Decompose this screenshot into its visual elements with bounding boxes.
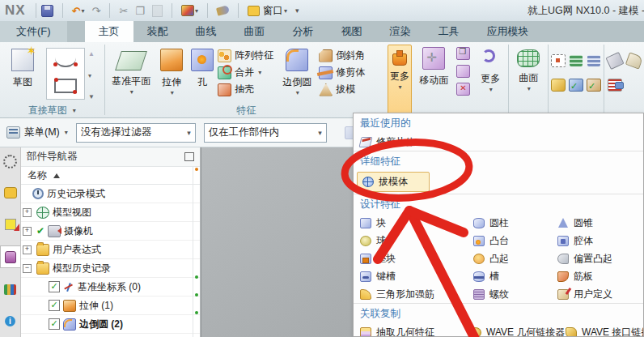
- check-feature-icon[interactable]: ✓: [569, 79, 583, 92]
- tree-row-cameras[interactable]: + ✔ 摄像机: [21, 222, 200, 241]
- menu-item-user-defined[interactable]: 用户定义: [551, 285, 643, 303]
- no-pencil-icon[interactable]: [605, 52, 624, 70]
- menu-item-wave-interface-linker[interactable]: WAVE 接口链接器: [559, 323, 644, 337]
- menu-button[interactable]: 菜单(M) ▾: [6, 126, 68, 139]
- shell-button[interactable]: 抽壳: [218, 83, 273, 96]
- tab-application[interactable]: 应用模块: [473, 21, 543, 42]
- surface-button[interactable]: 曲面 ▾: [510, 42, 547, 117]
- more-button-open[interactable]: 更多 ▾: [388, 45, 413, 115]
- menu-item-wave-geometry-linker[interactable]: WAVE 几何链接器: [464, 323, 559, 337]
- checkbox-checked-icon[interactable]: ✓: [49, 281, 60, 292]
- unite-button[interactable]: 合并 ▾: [218, 66, 273, 79]
- gallery-scroll[interactable]: ▲ ▾ ▼: [87, 44, 96, 104]
- tab-view[interactable]: 视图: [328, 21, 376, 42]
- sketch-button[interactable]: 草图: [2, 44, 44, 104]
- expand-icon[interactable]: +: [23, 208, 32, 217]
- check-datum-icon[interactable]: ✓: [587, 79, 601, 92]
- constraint-navigator-icon[interactable]: [1, 214, 20, 235]
- layers-icon[interactable]: [570, 55, 583, 66]
- menu-item-sphere[interactable]: 球: [354, 232, 467, 250]
- float-panel-icon[interactable]: [184, 152, 194, 161]
- menu-item-gusset[interactable]: 三角形加强筋: [354, 285, 467, 303]
- menu-item-boss[interactable]: 凸台: [467, 232, 551, 250]
- hand-list-icon[interactable]: [608, 79, 622, 92]
- menu-item-rib[interactable]: 筋板: [551, 267, 643, 285]
- collapse-icon[interactable]: −: [23, 264, 32, 273]
- tag-icon[interactable]: [551, 79, 566, 92]
- tab-file[interactable]: 文件(F): [0, 21, 67, 42]
- menu-item-cone[interactable]: 圆锥: [551, 214, 643, 232]
- datum-plane-button[interactable]: 基准平面 ▾: [108, 44, 155, 104]
- layer-settings-icon[interactable]: [587, 55, 600, 66]
- menu-item-offset-emboss[interactable]: 偏置凸起: [551, 250, 643, 267]
- tree-row-model-history[interactable]: − 模型历史记录: [21, 259, 200, 278]
- hole-button[interactable]: 孔: [189, 44, 216, 104]
- menu-item-groove[interactable]: 槽: [467, 267, 551, 285]
- tab-curve[interactable]: 曲线: [182, 21, 231, 42]
- caret-down-icon[interactable]: ▾: [73, 107, 76, 114]
- pattern-feature-button[interactable]: 阵列特征: [218, 49, 273, 62]
- edge-blend-button[interactable]: 边倒圆 ▾: [277, 44, 317, 104]
- repeat-command-button[interactable]: [215, 2, 231, 19]
- sketch-curve-gallery[interactable]: [46, 48, 85, 100]
- name-column-header[interactable]: 名称: [28, 168, 47, 182]
- tree-row-extrude[interactable]: ✓ 拉伸 (1): [21, 296, 200, 315]
- expand-icon[interactable]: +: [23, 227, 32, 236]
- paste-button[interactable]: [150, 2, 164, 19]
- tree-row-datum-csys[interactable]: ✓ 基准坐标系 (0): [21, 278, 200, 296]
- tab-tools[interactable]: 工具: [425, 21, 473, 42]
- redo-button[interactable]: ↷: [91, 2, 103, 19]
- checkbox-checked-icon[interactable]: ✓: [49, 300, 60, 311]
- draft-button[interactable]: 拔模: [319, 83, 365, 96]
- tab-home[interactable]: 主页: [85, 21, 133, 42]
- menu-item-pocket[interactable]: 腔体: [551, 232, 643, 250]
- move-face-button[interactable]: 移动面: [413, 42, 455, 117]
- menu-item-draft-body[interactable]: 拔模体: [357, 172, 430, 192]
- menu-item-pad[interactable]: 垫块: [354, 250, 467, 267]
- chamfer-button[interactable]: 倒斜角: [319, 49, 365, 62]
- part-navigator-icon[interactable]: [0, 245, 20, 268]
- menu-item-cylinder[interactable]: 圆柱: [467, 214, 551, 232]
- customize-qat-button[interactable]: ▾: [293, 2, 301, 19]
- sort-ascending-icon[interactable]: [53, 173, 60, 178]
- groove-icon: [473, 271, 485, 282]
- menu-item-extract-geometry[interactable]: 抽取几何特征: [354, 323, 464, 337]
- eraser-icon[interactable]: [625, 52, 643, 69]
- tree-row-user-expressions[interactable]: + 用户表达式: [21, 241, 200, 259]
- menu-item-keyway[interactable]: 键槽: [354, 267, 467, 285]
- tab-render[interactable]: 渲染: [376, 21, 425, 42]
- extrude-button[interactable]: 拉伸 ▾: [155, 44, 189, 104]
- menu-item-trim-sheet[interactable]: 修剪片体: [354, 133, 643, 151]
- copy-face-icon[interactable]: [456, 47, 470, 60]
- tree-row-history-mode[interactable]: 历史记录模式: [21, 185, 200, 203]
- delete-face-icon[interactable]: [456, 83, 470, 96]
- reuse-library-icon[interactable]: [1, 279, 20, 300]
- tree-row-edge-blend[interactable]: ✓ 边倒圆 (2): [21, 315, 200, 334]
- window-menu-button[interactable]: 窗口 ▾: [246, 2, 289, 19]
- roles-icon[interactable]: [1, 151, 20, 172]
- menu-item-thread[interactable]: 螺纹: [467, 285, 551, 303]
- tab-surface[interactable]: 曲面: [231, 21, 279, 42]
- undo-button[interactable]: ↶▾: [70, 2, 87, 19]
- assembly-navigator-icon[interactable]: [1, 182, 20, 203]
- hd3d-tools-icon[interactable]: i: [1, 310, 20, 331]
- cut-button[interactable]: ✂: [117, 2, 129, 19]
- checkbox-checked-icon[interactable]: ✓: [49, 318, 60, 330]
- save-button[interactable]: [40, 2, 55, 19]
- more-button-2[interactable]: 更多 ▾: [473, 42, 507, 117]
- copy-button[interactable]: ❐: [133, 2, 146, 19]
- tab-assemblies[interactable]: 装配: [133, 21, 182, 42]
- caret-down-icon: ▾: [82, 7, 85, 15]
- pattern-boundary-icon[interactable]: [551, 54, 566, 67]
- menu-item-emboss[interactable]: 凸起: [467, 250, 551, 267]
- trim-body-button[interactable]: 修剪体: [319, 66, 365, 79]
- tree-row-model-views[interactable]: + 模型视图: [21, 203, 200, 222]
- selection-filter-combo[interactable]: 没有选择过滤器 ▾: [76, 123, 196, 143]
- menu-item-block[interactable]: 块: [354, 214, 467, 232]
- expand-icon[interactable]: +: [23, 245, 32, 254]
- offset-face-icon[interactable]: [456, 65, 470, 78]
- tab-analysis[interactable]: 分析: [279, 21, 328, 42]
- wave-geometry-linker-icon: [470, 327, 481, 337]
- view-style-button[interactable]: ▾: [180, 2, 200, 19]
- selection-scope-combo[interactable]: 仅在工作部件内 ▾: [204, 123, 327, 143]
